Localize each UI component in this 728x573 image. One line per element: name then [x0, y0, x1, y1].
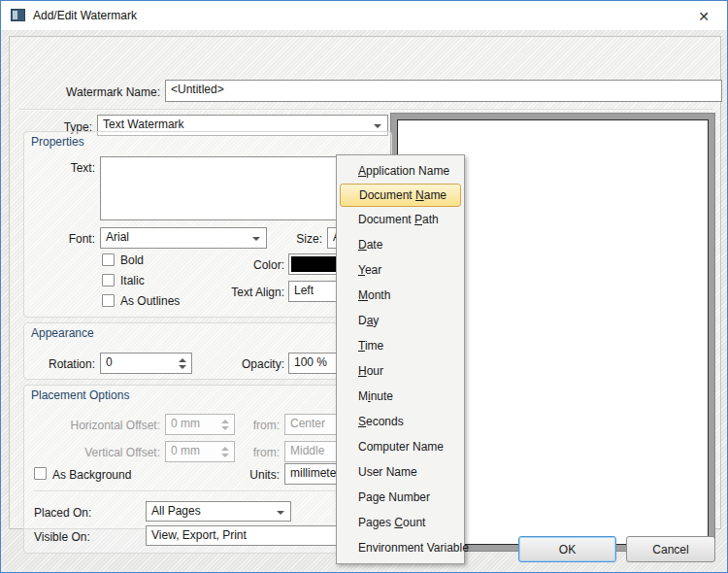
- watermark-name-label: Watermark Name:: [29, 85, 160, 99]
- menu-item-date[interactable]: Date: [337, 232, 464, 257]
- horizontal-offset-spinner: 0 mm: [165, 414, 235, 435]
- properties-header: Properties: [31, 135, 84, 149]
- as-background-label: As Background: [52, 468, 131, 482]
- placement-separator: [34, 490, 383, 492]
- ok-button[interactable]: OK: [518, 536, 616, 562]
- vertical-offset-spinner: 0 mm: [165, 441, 235, 462]
- menu-item-environment-variable[interactable]: Environment Variable: [337, 535, 464, 560]
- as-background-checkbox[interactable]: [34, 467, 47, 480]
- vertical-from-label: from:: [241, 446, 280, 459]
- vertical-from-value: Middle: [290, 444, 324, 457]
- watermark-text-input[interactable]: [100, 156, 341, 220]
- bold-checkbox[interactable]: [102, 253, 115, 266]
- menu-item-year[interactable]: Year: [337, 257, 464, 283]
- chevron-down-icon: [252, 237, 260, 241]
- rotation-spinner[interactable]: 0: [100, 353, 192, 374]
- font-label: Font:: [29, 232, 95, 246]
- spinner-arrows-icon: [218, 417, 232, 432]
- dialog-title: Add/Edit Watermark: [33, 9, 137, 22]
- as-outlines-checkbox[interactable]: [102, 294, 115, 307]
- rotation-label: Rotation:: [29, 357, 95, 371]
- italic-checkbox[interactable]: [102, 274, 115, 286]
- menu-item-month[interactable]: Month: [337, 283, 464, 308]
- menu-item-computer-name[interactable]: Computer Name: [337, 434, 464, 459]
- menu-item-application-name[interactable]: Application Name: [337, 158, 464, 184]
- horizontal-offset-value: 0 mm: [171, 417, 200, 430]
- menu-item-day[interactable]: Day: [337, 308, 464, 333]
- units-label: Units:: [221, 468, 280, 482]
- dialog-body: Watermark Name: <Untitled> Type: Text Wa…: [1, 30, 728, 573]
- spinner-arrows-icon[interactable]: [176, 355, 189, 371]
- watermark-dialog-icon: [11, 9, 25, 21]
- horizontal-from-value: Center: [290, 417, 325, 430]
- watermark-name-input[interactable]: <Untitled>: [165, 80, 722, 102]
- opacity-value: 100 %: [294, 355, 327, 369]
- macro-dropdown-menu: Application NameDocument NameDocument Pa…: [336, 154, 465, 564]
- menu-item-seconds[interactable]: Seconds: [337, 409, 464, 434]
- visible-on-value: View, Export, Print: [151, 528, 247, 542]
- cancel-button[interactable]: Cancel: [626, 536, 715, 562]
- as-outlines-label: As Outlines: [120, 294, 180, 308]
- title-bar: Add/Edit Watermark ✕: [1, 1, 727, 30]
- italic-label: Italic: [120, 274, 145, 287]
- menu-item-document-path[interactable]: Document Path: [337, 207, 464, 232]
- placed-on-combobox[interactable]: All Pages: [146, 501, 291, 522]
- close-icon[interactable]: ✕: [690, 6, 717, 27]
- type-value: Text Watermark: [103, 118, 184, 131]
- font-combobox[interactable]: Arial: [100, 227, 267, 249]
- bold-label: Bold: [120, 253, 144, 267]
- menu-item-hour[interactable]: Hour: [337, 358, 464, 384]
- chevron-down-icon: [277, 511, 284, 515]
- placed-on-label: Placed On:: [34, 506, 91, 520]
- font-value: Arial: [106, 230, 129, 244]
- size-label: Size:: [283, 232, 322, 246]
- chevron-down-icon: [374, 124, 381, 128]
- opacity-label: Opacity:: [216, 357, 284, 371]
- visible-on-label: Visible On:: [34, 530, 90, 544]
- menu-item-pages-count[interactable]: Pages Count: [337, 510, 464, 535]
- vertical-offset-label: Vertical Offset:: [29, 446, 160, 459]
- placement-options-header: Placement Options: [31, 388, 129, 402]
- appearance-header: Appearance: [31, 326, 94, 340]
- vertical-offset-value: 0 mm: [171, 444, 200, 457]
- text-align-value: Left: [294, 284, 314, 297]
- menu-item-minute[interactable]: Minute: [337, 384, 464, 409]
- add-edit-watermark-dialog: Add/Edit Watermark ✕ Watermark Name: <Un…: [0, 0, 728, 573]
- menu-item-time[interactable]: Time: [337, 333, 464, 358]
- spinner-arrows-icon: [218, 444, 232, 459]
- rotation-value: 0: [106, 355, 113, 369]
- text-label: Text:: [29, 161, 95, 175]
- color-label: Color:: [226, 258, 284, 272]
- menu-item-user-name[interactable]: User Name: [337, 459, 464, 485]
- placed-on-value: All Pages: [151, 504, 201, 518]
- horizontal-from-label: from:: [241, 419, 280, 432]
- horizontal-offset-label: Horizontal Offset:: [29, 419, 160, 432]
- header-separator: [19, 109, 712, 111]
- menu-item-document-name[interactable]: Document Name: [340, 184, 461, 207]
- menu-item-page-number[interactable]: Page Number: [337, 485, 464, 510]
- text-align-label: Text Align:: [207, 286, 284, 299]
